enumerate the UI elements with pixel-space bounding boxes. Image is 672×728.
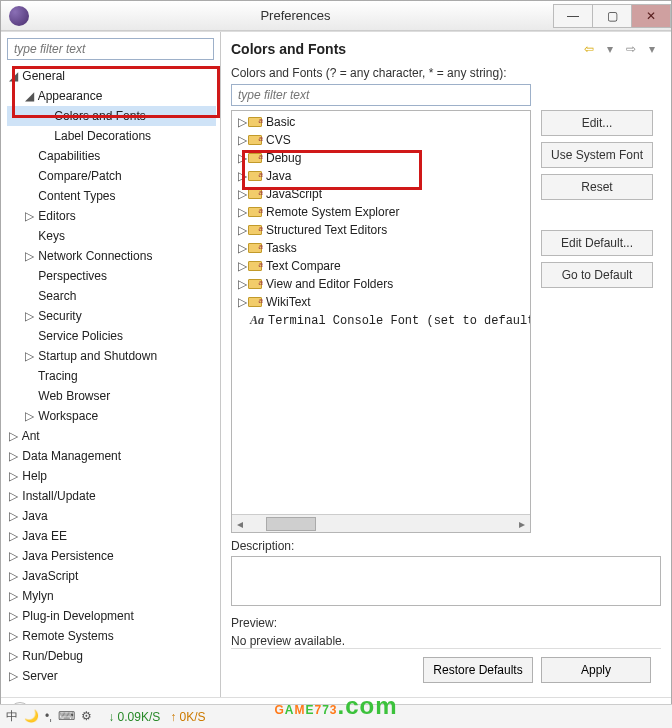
folder-icon bbox=[248, 135, 262, 145]
tree-item[interactable]: ▷ Security bbox=[7, 306, 216, 326]
eclipse-icon bbox=[9, 6, 29, 26]
folder-icon bbox=[248, 225, 262, 235]
tree-item[interactable]: ▷ JavaScript bbox=[7, 566, 216, 586]
tree-item[interactable]: ▷ Java Persistence bbox=[7, 546, 216, 566]
tree-item[interactable]: ▷ Install/Update bbox=[7, 486, 216, 506]
tree-item[interactable]: Perspectives bbox=[7, 266, 216, 286]
tree-item[interactable]: ▷ Network Connections bbox=[7, 246, 216, 266]
restore-defaults-button[interactable]: Restore Defaults bbox=[423, 657, 533, 683]
list-item[interactable]: ▷Java bbox=[232, 167, 530, 185]
colors-filter-input[interactable] bbox=[231, 84, 531, 106]
tree-item[interactable]: ▷ Java EE bbox=[7, 526, 216, 546]
forward-menu-icon[interactable]: ▾ bbox=[643, 40, 661, 58]
list-item[interactable]: ▷Structured Text Editors bbox=[232, 221, 530, 239]
tree-item[interactable]: Web Browser bbox=[7, 386, 216, 406]
edit-button[interactable]: Edit... bbox=[541, 110, 653, 136]
tree-item[interactable]: ▷ Server bbox=[7, 666, 216, 686]
list-item[interactable]: ▷Tasks bbox=[232, 239, 530, 257]
tree-item[interactable]: Content Types bbox=[7, 186, 216, 206]
right-panel: Colors and Fonts ⇦ ▾ ⇨ ▾ Colors and Font… bbox=[221, 32, 671, 697]
folder-icon bbox=[248, 153, 262, 163]
tree-item[interactable]: Keys bbox=[7, 226, 216, 246]
back-menu-icon[interactable]: ▾ bbox=[601, 40, 619, 58]
go-to-default-button[interactable]: Go to Default bbox=[541, 262, 653, 288]
description-box bbox=[231, 556, 661, 606]
list-item[interactable]: ▷WikiText bbox=[232, 293, 530, 311]
tree-item[interactable]: Capabilities bbox=[7, 146, 216, 166]
reset-button[interactable]: Reset bbox=[541, 174, 653, 200]
description-label: Description: bbox=[231, 539, 661, 553]
preferences-window: Preferences — ▢ ✕ ◢ General◢ Appearance … bbox=[0, 0, 672, 728]
list-item[interactable]: ▷Basic bbox=[232, 113, 530, 131]
folder-icon bbox=[248, 243, 262, 253]
tree-item[interactable]: ▷ Java bbox=[7, 506, 216, 526]
list-item[interactable]: AaTerminal Console Font (set to default bbox=[232, 311, 530, 330]
tree-item[interactable]: ▷ Editors bbox=[7, 206, 216, 226]
filter-input[interactable] bbox=[7, 38, 214, 60]
colors-fonts-list[interactable]: ▷Basic▷CVS▷Debug▷Java▷JavaScript▷Remote … bbox=[231, 110, 531, 533]
tree-item[interactable]: Tracing bbox=[7, 366, 216, 386]
list-item[interactable]: ▷Remote System Explorer bbox=[232, 203, 530, 221]
download-speed: ↓ 0.09K/S bbox=[108, 710, 160, 724]
watermark: GAME773.com bbox=[274, 676, 397, 724]
tree-item[interactable]: ▷ Plug-in Development bbox=[7, 606, 216, 626]
tree-item[interactable]: ▷ Remote Systems bbox=[7, 626, 216, 646]
tree-item[interactable]: ◢ General bbox=[7, 66, 216, 86]
list-item[interactable]: ▷CVS bbox=[232, 131, 530, 149]
tree-item[interactable]: ▷ Help bbox=[7, 466, 216, 486]
folder-icon bbox=[248, 117, 262, 127]
window-title: Preferences bbox=[37, 8, 554, 23]
tree-item[interactable]: Compare/Patch bbox=[7, 166, 216, 186]
tree-item[interactable]: ▷ Mylyn bbox=[7, 586, 216, 606]
preview-text: No preview available. bbox=[231, 634, 661, 648]
tree-item[interactable]: ▷ Ant bbox=[7, 426, 216, 446]
tree-item[interactable]: ◢ Appearance bbox=[7, 86, 216, 106]
font-icon: Aa bbox=[250, 311, 264, 329]
list-item[interactable]: ▷JavaScript bbox=[232, 185, 530, 203]
maximize-button[interactable]: ▢ bbox=[592, 4, 632, 28]
category-tree[interactable]: ◢ General◢ Appearance Colors and Fonts L… bbox=[5, 66, 216, 691]
folder-icon bbox=[248, 171, 262, 181]
tree-item[interactable]: ▷ Data Management bbox=[7, 446, 216, 466]
ime-icons[interactable]: 中🌙•ˌ⌨⚙ bbox=[6, 708, 98, 725]
back-icon[interactable]: ⇦ bbox=[580, 40, 598, 58]
close-button[interactable]: ✕ bbox=[631, 4, 671, 28]
folder-icon bbox=[248, 189, 262, 199]
upload-speed: ↑ 0K/S bbox=[170, 710, 205, 724]
horizontal-scrollbar[interactable]: ◂▸ bbox=[232, 514, 530, 532]
tree-item[interactable]: ▷ Startup and Shutdown bbox=[7, 346, 216, 366]
list-item[interactable]: ▷Debug bbox=[232, 149, 530, 167]
list-item[interactable]: ▷View and Editor Folders bbox=[232, 275, 530, 293]
tree-item[interactable]: Colors and Fonts bbox=[7, 106, 216, 126]
use-system-font-button[interactable]: Use System Font bbox=[541, 142, 653, 168]
left-panel: ◢ General◢ Appearance Colors and Fonts L… bbox=[1, 32, 221, 697]
preview-label: Preview: bbox=[231, 616, 661, 630]
tree-item[interactable]: Label Decorations bbox=[7, 126, 216, 146]
tree-item[interactable]: ▷ Run/Debug bbox=[7, 646, 216, 666]
page-heading: Colors and Fonts bbox=[231, 41, 577, 57]
apply-button[interactable]: Apply bbox=[541, 657, 651, 683]
tree-item[interactable]: ▷ Workspace bbox=[7, 406, 216, 426]
subtitle: Colors and Fonts (? = any character, * =… bbox=[231, 66, 661, 80]
list-item[interactable]: ▷Text Compare bbox=[232, 257, 530, 275]
folder-icon bbox=[248, 297, 262, 307]
folder-icon bbox=[248, 207, 262, 217]
tree-item[interactable]: Search bbox=[7, 286, 216, 306]
folder-icon bbox=[248, 261, 262, 271]
titlebar: Preferences — ▢ ✕ bbox=[1, 1, 671, 31]
tree-item[interactable]: ▷ Team bbox=[7, 686, 216, 691]
minimize-button[interactable]: — bbox=[553, 4, 593, 28]
edit-default-button[interactable]: Edit Default... bbox=[541, 230, 653, 256]
folder-icon bbox=[248, 279, 262, 289]
tree-item[interactable]: Service Policies bbox=[7, 326, 216, 346]
forward-icon[interactable]: ⇨ bbox=[622, 40, 640, 58]
